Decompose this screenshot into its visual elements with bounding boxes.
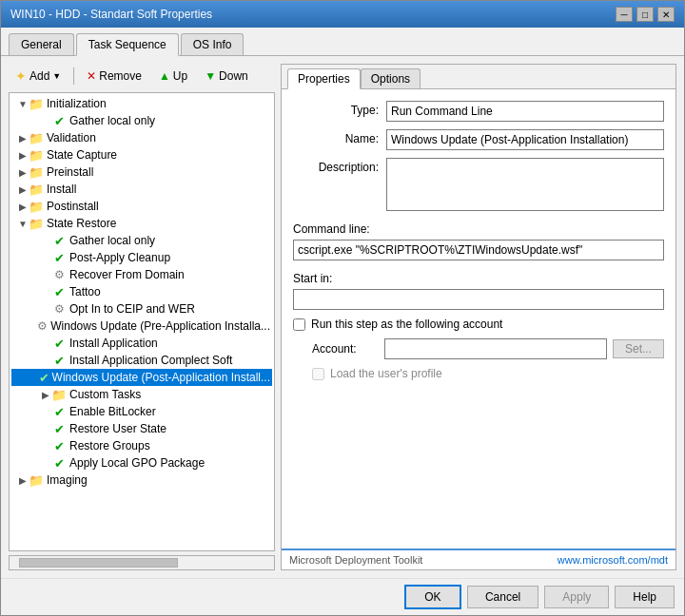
type-row: Type:: [293, 101, 664, 122]
add-button[interactable]: ✦ Add ▼: [9, 66, 68, 87]
tree-label: Install: [47, 183, 76, 196]
minimize-button[interactable]: ─: [616, 7, 633, 22]
toggle-preinstall[interactable]: ▶: [17, 167, 29, 178]
account-input[interactable]: [384, 338, 607, 359]
toggle-state-capture[interactable]: ▶: [17, 150, 29, 161]
properties-footer: Microsoft Deployment Toolkit www.microso…: [282, 549, 675, 569]
description-label: Description:: [293, 158, 379, 174]
help-button[interactable]: Help: [615, 586, 675, 608]
command-line-section: Command line:: [293, 219, 664, 260]
down-label: Down: [219, 69, 248, 83]
green-check-icon: ✔: [51, 438, 67, 453]
tree-label: Tattoo: [69, 285, 101, 298]
tab-task-sequence[interactable]: Task Sequence: [76, 33, 179, 56]
tree-item-recover-domain[interactable]: ⚙ Recover From Domain: [11, 266, 272, 283]
toggle-state-restore[interactable]: ▼: [17, 219, 29, 229]
tree-item-validation[interactable]: ▶ 📁 Validation: [11, 129, 272, 146]
tree-label: Windows Update (Pre-Application Installa…: [50, 319, 270, 333]
apply-button[interactable]: Apply: [544, 586, 609, 608]
toggle-custom-tasks[interactable]: ▶: [40, 390, 51, 400]
separator-1: [73, 67, 74, 85]
green-check-icon: ✔: [51, 353, 67, 368]
tree-item-install[interactable]: ▶ 📁 Install: [11, 181, 272, 198]
toolbar: ✦ Add ▼ ✕ Remove ▲ Up ▼ Down: [9, 64, 275, 88]
command-line-input[interactable]: [293, 240, 664, 260]
tree-item-restore-user[interactable]: ✔ Restore User State: [11, 420, 272, 437]
load-profile-row: Load the user's profile: [293, 367, 664, 380]
green-check-icon: ✔: [51, 455, 67, 471]
start-in-label: Start in:: [293, 272, 664, 285]
account-row: Account: Set...: [293, 338, 664, 359]
tree-item-gather-local[interactable]: ✔ Gather local only: [11, 112, 272, 129]
tree-item-imaging[interactable]: ▶ 📁 Imaging: [11, 472, 272, 489]
name-input[interactable]: [386, 129, 664, 150]
tree-item-postinstall[interactable]: ▶ 📁 Postinstall: [11, 198, 272, 215]
account-label: Account:: [312, 342, 379, 356]
tab-os-info[interactable]: OS Info: [181, 33, 245, 55]
tree-label: Custom Tasks: [69, 388, 141, 401]
run-as-account-checkbox[interactable]: [293, 318, 305, 331]
type-label: Type:: [293, 101, 379, 117]
start-in-input[interactable]: [293, 289, 664, 310]
green-check-icon: ✔: [51, 421, 67, 436]
green-check-icon: ✔: [51, 250, 67, 265]
tree-item-install-app[interactable]: ✔ Install Application: [11, 335, 272, 352]
tree-item-preinstall[interactable]: ▶ 📁 Preinstall: [11, 164, 272, 181]
green-check-icon: ✔: [51, 336, 67, 351]
tree-item-opt-in-ceip[interactable]: ⚙ Opt In to CEIP and WER: [11, 300, 272, 318]
up-button[interactable]: ▲ Up: [152, 67, 194, 86]
tree-item-custom-tasks[interactable]: ▶ 📁 Custom Tasks: [11, 386, 272, 403]
tree-label: Restore Groups: [69, 439, 150, 452]
tree-label: Install Application: [69, 337, 158, 350]
tree-item-gather-local2[interactable]: ✔ Gather local only: [11, 232, 272, 249]
mdt-link[interactable]: www.microsoft.com/mdt: [558, 554, 668, 566]
toggle-postinstall[interactable]: ▶: [17, 202, 29, 212]
type-input[interactable]: [386, 101, 664, 122]
tab-options[interactable]: Options: [361, 68, 421, 88]
name-label: Name:: [293, 129, 379, 145]
ok-button[interactable]: OK: [404, 585, 461, 609]
tree-item-initialization[interactable]: ▼ 📁 Initialization: [11, 95, 272, 112]
gear-icon: ⚙: [37, 318, 48, 334]
horizontal-scrollbar[interactable]: [9, 555, 275, 570]
tab-general[interactable]: General: [9, 33, 74, 55]
tree-label: Validation: [47, 131, 96, 144]
tree-item-apply-gpo[interactable]: ✔ Apply Local GPO Package: [11, 454, 272, 472]
tree-label: Opt In to CEIP and WER: [69, 302, 195, 316]
description-row: Description:: [293, 158, 664, 211]
tab-properties[interactable]: Properties: [287, 68, 361, 89]
main-content: ✦ Add ▼ ✕ Remove ▲ Up ▼ Down: [1, 56, 684, 578]
tree-item-state-capture[interactable]: ▶ 📁 State Capture: [11, 146, 272, 164]
tree-item-win-update-post[interactable]: ✔ Windows Update (Post-Application Insta…: [11, 369, 272, 386]
maximize-button[interactable]: □: [636, 7, 654, 22]
toggle-initialization[interactable]: ▼: [17, 99, 29, 109]
tree-item-win-update-pre[interactable]: ⚙ Windows Update (Pre-Application Instal…: [11, 318, 272, 335]
tree-item-tattoo[interactable]: ✔ Tattoo: [11, 283, 272, 300]
tree-label: Initialization: [47, 97, 107, 110]
tree-label: Preinstall: [47, 165, 93, 179]
add-dropdown-icon: ▼: [52, 71, 61, 81]
close-button[interactable]: ✕: [657, 7, 675, 22]
tree-item-install-app-complect[interactable]: ✔ Install Application Complect Soft: [11, 352, 272, 369]
tree-label: Imaging: [47, 473, 88, 487]
tree-item-post-apply[interactable]: ✔ Post-Apply Cleanup: [11, 249, 272, 266]
description-input[interactable]: [386, 158, 664, 211]
set-button[interactable]: Set...: [613, 339, 664, 358]
cancel-button[interactable]: Cancel: [467, 586, 538, 608]
toggle-validation[interactable]: ▶: [17, 133, 29, 144]
tree-label: Gather local only: [69, 234, 155, 247]
tree-label: Windows Update (Post-Application Install…: [52, 371, 270, 384]
toggle-install[interactable]: ▶: [17, 184, 29, 195]
remove-button[interactable]: ✕ Remove: [80, 67, 148, 86]
load-profile-checkbox[interactable]: [312, 368, 324, 380]
tree-label: Install Application Complect Soft: [69, 354, 232, 367]
folder-icon: 📁: [29, 147, 44, 163]
down-button[interactable]: ▼ Down: [198, 67, 255, 86]
task-sequence-tree[interactable]: ▼ 📁 Initialization ✔ Gather local only ▶…: [9, 92, 275, 551]
toggle-imaging[interactable]: ▶: [17, 475, 29, 486]
tree-item-state-restore[interactable]: ▼ 📁 State Restore: [11, 215, 272, 232]
tree-label: State Restore: [47, 217, 116, 230]
tree-label: Post-Apply Cleanup: [69, 251, 170, 264]
tree-item-enable-bitlocker[interactable]: ✔ Enable BitLocker: [11, 403, 272, 420]
tree-item-restore-groups[interactable]: ✔ Restore Groups: [11, 437, 272, 454]
